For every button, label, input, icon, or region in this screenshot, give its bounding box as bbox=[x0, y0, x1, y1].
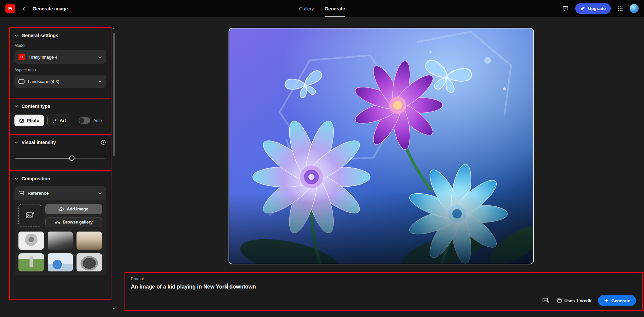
generate-label: Generate bbox=[611, 298, 630, 303]
visual-intensity-title: Visual intensity bbox=[21, 140, 56, 145]
aspect-ratio-value: Landscape (4:3) bbox=[28, 79, 59, 84]
art-button[interactable]: Art bbox=[47, 115, 71, 126]
model-dropdown[interactable]: Fi Firefly Image 4 bbox=[14, 50, 106, 64]
auto-label: Auto bbox=[94, 118, 102, 123]
scrollbar-thumb[interactable] bbox=[113, 33, 115, 156]
prompt-text-before-caret: An image of a kid playing in New York bbox=[131, 284, 227, 290]
prompt-actions: Uses 1 credit Generate bbox=[542, 295, 636, 306]
chevron-down-icon bbox=[14, 104, 18, 108]
content-type-header[interactable]: Content type bbox=[14, 103, 106, 110]
add-image-label: Add image bbox=[67, 207, 88, 211]
tab-gallery[interactable]: Gallery bbox=[299, 0, 314, 17]
composition-section-annotated: Composition Reference bbox=[9, 170, 111, 300]
general-settings-title: General settings bbox=[21, 33, 58, 38]
firefly-logo[interactable]: Fi bbox=[5, 4, 15, 13]
visual-intensity-fill bbox=[15, 158, 72, 158]
credit-icon bbox=[556, 298, 562, 303]
prompt-text-after-caret: downtown bbox=[228, 284, 256, 290]
credits-indicator: Uses 1 credit bbox=[556, 298, 592, 303]
tab-generate-label: Generate bbox=[325, 6, 345, 11]
prompt-input[interactable]: An image of a kid playing in New York do… bbox=[131, 283, 636, 290]
top-bar: Fi Generate image Gallery Generate Upgra… bbox=[0, 0, 644, 17]
prompt-bar-annotated: Prompt An image of a kid playing in New … bbox=[125, 272, 643, 311]
reference-thumbnail-country-road[interactable] bbox=[18, 253, 44, 271]
reference-thumbnail-bird-line-art[interactable] bbox=[18, 232, 44, 250]
content-type-title: Content type bbox=[21, 104, 50, 109]
page-title: Generate image bbox=[33, 6, 68, 11]
scroll-down-arrow[interactable]: ▼ bbox=[111, 308, 116, 310]
prompt-label: Prompt bbox=[131, 276, 636, 281]
firefly-model-icon: Fi bbox=[18, 54, 25, 60]
general-settings-section-annotated: General settings Model Fi Firefly Image … bbox=[9, 27, 111, 99]
user-avatar[interactable] bbox=[630, 4, 639, 13]
firefly-logo-text: Fi bbox=[8, 6, 12, 11]
content-type-section-annotated: Content type Photo Art Auto bbox=[9, 98, 111, 135]
reference-thumbnail-3d-shapes[interactable] bbox=[48, 253, 73, 271]
upload-image-icon bbox=[25, 211, 35, 220]
generate-button[interactable]: Generate bbox=[598, 295, 636, 306]
auto-toggle[interactable] bbox=[79, 117, 90, 124]
view-tabs: Gallery Generate bbox=[299, 0, 345, 17]
reference-thumbnail-misty-mountains[interactable] bbox=[48, 232, 73, 250]
visual-intensity-header[interactable]: Visual intensity bbox=[14, 139, 106, 146]
chevron-down-icon bbox=[98, 79, 102, 83]
chevron-down-icon bbox=[98, 191, 102, 195]
camera-icon bbox=[19, 118, 24, 123]
general-settings-header[interactable]: General settings bbox=[14, 32, 106, 39]
feedback-icon[interactable] bbox=[562, 5, 569, 12]
visual-intensity-section-annotated: Visual intensity bbox=[9, 134, 111, 171]
scroll-up-arrow[interactable]: ▲ bbox=[111, 27, 116, 30]
model-value: Firefly Image 4 bbox=[29, 55, 57, 60]
reference-thumbnail-interior-room[interactable] bbox=[77, 232, 102, 250]
composition-header[interactable]: Composition bbox=[14, 175, 106, 182]
slider-track bbox=[15, 158, 105, 158]
settings-sidebar: General settings Model Fi Firefly Image … bbox=[0, 17, 118, 317]
auto-toggle-knob bbox=[79, 118, 84, 123]
browse-gallery-label: Browse gallery bbox=[63, 220, 93, 225]
add-reference-image-icon[interactable] bbox=[542, 298, 550, 304]
tab-generate[interactable]: Generate bbox=[325, 0, 345, 17]
photo-button[interactable]: Photo bbox=[14, 115, 44, 126]
credits-label: Uses 1 credit bbox=[564, 298, 592, 303]
binoculars-icon bbox=[55, 220, 60, 225]
chevron-down-icon bbox=[98, 55, 102, 59]
browse-gallery-button[interactable]: Browse gallery bbox=[45, 217, 102, 227]
reference-thumbnails bbox=[18, 232, 102, 271]
upgrade-label: Upgrade bbox=[588, 6, 606, 11]
upgrade-button[interactable]: Upgrade bbox=[575, 3, 611, 14]
generated-image[interactable] bbox=[229, 28, 534, 264]
add-image-button[interactable]: Add image bbox=[45, 204, 102, 214]
aspect-ratio-dropdown[interactable]: Landscape (4:3) bbox=[14, 75, 106, 88]
chevron-down-icon bbox=[14, 140, 18, 144]
reference-panel: Reference Add image bbox=[14, 186, 106, 275]
sidebar-scrollbar[interactable]: ▲ ▼ bbox=[111, 17, 116, 317]
upload-dropzone[interactable] bbox=[18, 204, 41, 227]
apps-grid-icon[interactable] bbox=[617, 6, 623, 12]
photo-label: Photo bbox=[27, 118, 39, 123]
info-icon[interactable] bbox=[101, 140, 106, 145]
chevron-left-icon bbox=[21, 6, 26, 11]
brush-icon bbox=[52, 118, 57, 123]
landscape-ratio-icon bbox=[18, 79, 24, 84]
reference-label: Reference bbox=[28, 191, 49, 196]
visual-intensity-slider[interactable] bbox=[15, 155, 105, 161]
composition-title: Composition bbox=[21, 176, 50, 181]
chevron-down-icon bbox=[14, 177, 18, 181]
back-button[interactable] bbox=[20, 5, 28, 12]
aspect-ratio-label: Aspect ratio bbox=[14, 68, 106, 72]
model-label: Model bbox=[14, 43, 106, 48]
cloud-upload-icon bbox=[59, 207, 64, 211]
chevron-down-icon bbox=[14, 34, 18, 38]
main-canvas: Prompt An image of a kid playing in New … bbox=[118, 17, 644, 317]
art-label: Art bbox=[60, 118, 66, 123]
sparkle-icon bbox=[604, 298, 609, 303]
visual-intensity-knob[interactable] bbox=[69, 155, 75, 161]
generated-image-art bbox=[229, 28, 533, 264]
reference-image-icon bbox=[18, 191, 24, 196]
wing-icon bbox=[580, 6, 585, 11]
tab-gallery-label: Gallery bbox=[299, 6, 314, 11]
reference-thumbnail-owl-line-art[interactable] bbox=[77, 253, 102, 271]
reference-dropdown[interactable]: Reference bbox=[14, 186, 106, 200]
